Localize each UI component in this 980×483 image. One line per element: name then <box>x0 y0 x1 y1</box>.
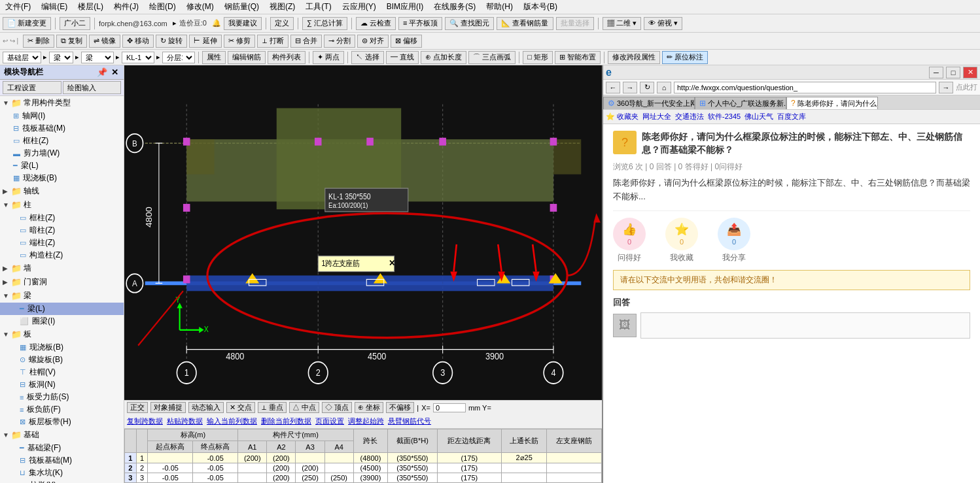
td-leftseat-1[interactable] <box>547 453 602 463</box>
td-dist-2[interactable]: (175) <box>437 463 502 473</box>
like-button[interactable]: 👍 0 问得好 <box>613 218 646 263</box>
perpendicular-button[interactable]: ⊥ 垂点 <box>258 402 287 413</box>
tree-item-framecol-common[interactable]: ▭框柱(Z) <box>0 135 124 147</box>
properties-button[interactable]: 属性 <box>202 51 226 64</box>
td-spanlen-3[interactable]: (3900) <box>353 473 387 483</box>
align-top-button[interactable]: ≡ 平齐板顶 <box>398 17 442 30</box>
menu-rebar[interactable]: 钢筋量(Q) <box>222 1 262 13</box>
code-select[interactable]: KL-1 <box>122 52 154 63</box>
td-a2-2[interactable]: (200) <box>267 463 296 473</box>
fav-baidu[interactable]: 百度文库 <box>777 112 806 122</box>
browser-content[interactable]: ? 陈老师你好，请问为什么框梁原位标注的时候，能标注下部左、中、三处钢筋信息？而… <box>603 124 980 483</box>
td-start-elev-2[interactable]: -0.05 <box>148 463 193 473</box>
snap-button[interactable]: 对象捕捉 <box>150 402 186 413</box>
point-extend-button[interactable]: ⊕ 点加长度 <box>421 51 466 64</box>
midpoint-button[interactable]: △ 中点 <box>289 402 319 413</box>
menu-online[interactable]: 在线服务(S) <box>431 1 478 13</box>
menu-file[interactable]: 文件(F) <box>3 1 33 13</box>
tree-item-slabnegrebar[interactable]: ≡板负筋(F) <box>0 403 124 416</box>
cantilever-rebar-button[interactable]: 悬臂钢筋代号 <box>388 416 431 426</box>
cloud-check-button[interactable]: ☁ 云检查 <box>356 17 396 30</box>
fav-traffic[interactable]: 交通违法 <box>675 112 704 122</box>
nav-back-button[interactable]: ← <box>606 82 620 93</box>
break-button[interactable]: ⊥ 打断 <box>257 35 289 48</box>
tree-item-sumppit[interactable]: ⊔集水坑(K) <box>0 467 124 479</box>
share-button[interactable]: 📤 0 我分享 <box>718 218 750 263</box>
sum-calc-button[interactable]: ∑ 汇总计算 <box>302 17 347 30</box>
edit-rebar-button[interactable]: 编辑钢筋 <box>228 51 266 64</box>
split-button[interactable]: ⊸ 分割 <box>324 35 355 48</box>
tree-item-shearwall-common[interactable]: ▬剪力墙(W) <box>0 147 124 159</box>
smart-layout-button[interactable]: ⊞ 智能布置 <box>555 51 601 64</box>
page-setup-button[interactable]: 页面设置 <box>315 416 344 426</box>
tree-item-beam-selected[interactable]: ━梁(L) <box>0 303 124 315</box>
browser-minimize[interactable]: ─ <box>929 67 943 78</box>
tree-item-endcol[interactable]: ▭端柱(Z) <box>0 237 124 249</box>
tree-item-slabband[interactable]: ⊠板层板带(H) <box>0 416 124 428</box>
td-a3-2[interactable]: (200) <box>296 463 324 473</box>
tree-item-slabhole[interactable]: ⊟板洞(N) <box>0 378 124 391</box>
line-button[interactable]: ━ 直线 <box>386 51 419 64</box>
tree-item-foundbeam[interactable]: ━基础梁(F) <box>0 442 124 454</box>
two-point-button[interactable]: ✦ 两点 <box>313 51 344 64</box>
td-a2-1[interactable]: (200) <box>267 453 296 463</box>
td-a1-1[interactable]: (200) <box>238 453 267 463</box>
layer-select[interactable]: 基础层 <box>3 52 41 63</box>
tree-item-slab-common[interactable]: ▦现浇板(B) <box>0 172 124 184</box>
tree-item-structcol[interactable]: ▭构造柱(Z) <box>0 249 124 261</box>
td-leftseat-2[interactable] <box>547 463 602 473</box>
fav-weather[interactable]: 佛山天气 <box>744 112 773 122</box>
url-input[interactable] <box>674 82 936 93</box>
sidebar-close-icon[interactable]: ✕ <box>110 67 120 77</box>
copy-button[interactable]: ⧉ 复制 <box>56 35 87 48</box>
td-section-1[interactable]: (350*550) <box>388 453 437 463</box>
browser-close[interactable]: ✕ <box>963 67 977 78</box>
tree-item-ringbeam[interactable]: ⬜圈梁(I) <box>0 315 124 327</box>
td-topbar-2[interactable] <box>502 463 547 473</box>
td-a4-2[interactable] <box>324 463 353 473</box>
component-name-select[interactable]: 梁 <box>81 52 114 63</box>
merge-button[interactable]: ⊟ 合并 <box>290 35 322 48</box>
menu-view[interactable]: 视图(Z) <box>267 1 298 13</box>
tree-item-coldun[interactable]: ▼柱墩(Y) <box>0 479 124 483</box>
td-a3-1[interactable] <box>296 453 324 463</box>
td-end-elev-2[interactable]: -0.05 <box>193 463 238 473</box>
move-button[interactable]: ✥ 移动 <box>122 35 154 48</box>
td-section-2[interactable]: (350*550) <box>388 463 437 473</box>
td-topbar-1[interactable]: 2⌀25 <box>502 453 547 463</box>
td-a1-2[interactable] <box>238 463 267 473</box>
td-spanlen-2[interactable]: (4500) <box>353 463 387 473</box>
cad-table-container[interactable]: 标高(m) 构件尺寸(mm) 跨长 截面(B*H) 距左边线距离 上通长筋 左支… <box>124 429 602 483</box>
td-a4-1[interactable] <box>324 453 353 463</box>
tree-item-raftfound[interactable]: ⊟筏板基础(M) <box>0 454 124 467</box>
intersection-button[interactable]: ✕ 交点 <box>226 402 255 413</box>
select-button[interactable]: ↖ 选择 <box>351 51 384 64</box>
align-button[interactable]: ⊜ 对齐 <box>357 35 389 48</box>
td-dist-1[interactable]: (175) <box>437 453 502 463</box>
batch-select-button[interactable]: 批量选择 <box>556 17 594 30</box>
star-button[interactable]: ⭐ 0 我收藏 <box>665 218 698 263</box>
menu-edit[interactable]: 编辑(E) <box>39 1 70 13</box>
tree-folder-slab[interactable]: ▼ 📁 板 <box>0 327 124 341</box>
rotate-button[interactable]: ↻ 旋转 <box>156 35 187 48</box>
input-col-data-button[interactable]: 输入当前列数据 <box>207 416 257 426</box>
td-end-elev-1[interactable]: -0.05 <box>193 453 238 463</box>
td-topbar-3[interactable] <box>502 473 547 483</box>
sidebar-pin-icon[interactable]: 📌 <box>96 67 109 77</box>
find-element-button[interactable]: 🔍 查找图元 <box>445 17 494 30</box>
browser-maximize[interactable]: □ <box>946 67 960 78</box>
tree-folder-col[interactable]: ▼ 📁 柱 <box>0 198 124 212</box>
tree-folder-beam[interactable]: ▼ 📁 梁 <box>0 289 124 303</box>
tree-item-castslab[interactable]: ▦现浇板(B) <box>0 341 124 354</box>
menu-help[interactable]: 帮助(H) <box>483 1 516 13</box>
tab-360[interactable]: ⚙ 360导航_新一代安全上网... ✕ <box>603 97 695 109</box>
td-section-3[interactable]: (350*550) <box>388 473 437 483</box>
tab-question[interactable]: ? 陈老师你好，请问为什么... ✕ <box>786 97 878 109</box>
extend-button[interactable]: ⊢ 延伸 <box>189 35 221 48</box>
tree-item-darkcol[interactable]: ▭暗柱(Z) <box>0 224 124 237</box>
fav-bookmarks[interactable]: ⭐ 收藏夹 <box>606 112 639 122</box>
nav-refresh-button[interactable]: ↻ <box>640 82 654 93</box>
menu-floor[interactable]: 楼层(L) <box>75 1 106 13</box>
copy-span-data-button[interactable]: 复制跨数据 <box>127 416 163 426</box>
tree-item-slabrebar[interactable]: ≡板受力筋(S) <box>0 391 124 403</box>
